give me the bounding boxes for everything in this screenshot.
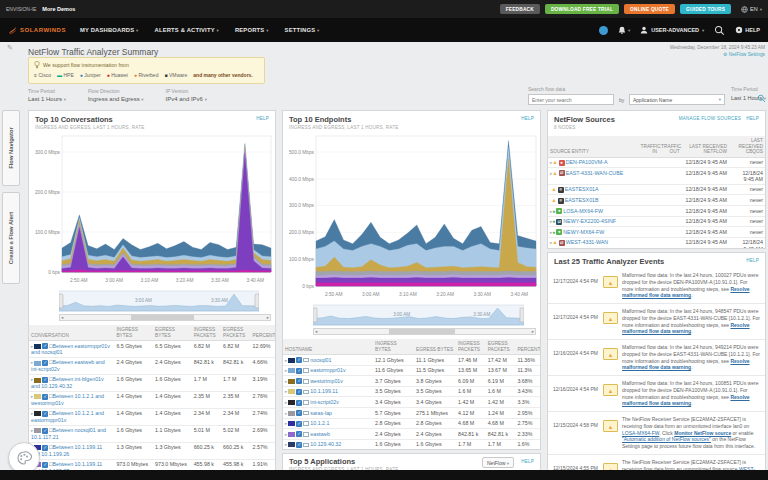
netflow-settings-link[interactable]: ⚙ NetFlow Settings [723,52,765,57]
source-entity-link[interactable]: DEN-PA100VM-A [566,159,608,165]
conversations-chart-scrollbar[interactable]: ◂ ▸ [59,314,271,321]
series-checkbox[interactable]: ✓ [296,421,302,427]
expand-caret-icon[interactable]: ▸ [285,358,287,363]
hostname-link[interactable]: nocsql01 [310,357,331,363]
search-field-select[interactable]: Application Name ▾ [629,94,725,105]
online-quote-button[interactable]: ONLINE QUOTE [624,4,675,14]
event-link[interactable]: Resolve malformed flow data warning [622,394,750,407]
filter-value-ip-version[interactable]: IPv4 and IPv6 ▾ [166,96,207,102]
nav-item-my-dashboards[interactable]: MY DASHBOARDS ▾ [80,27,139,33]
filter-value-time-period[interactable]: Last 1 Hours ▾ [28,96,66,102]
nav-item-settings[interactable]: SETTINGS ▾ [285,27,320,33]
expand-caret-icon[interactable]: ▸ [285,411,287,416]
scrollbar-thumb[interactable] [131,315,194,320]
column-header-ingress-bytes[interactable]: INGRESS BYTES [373,339,414,355]
download-free-trial-button[interactable]: DOWNLOAD FREE TRIAL [545,4,619,14]
column-header-percent[interactable]: PERCENT [251,325,275,341]
source-entity-link[interactable]: WEST-4331-WAN [566,239,608,245]
source-entity-link[interactable]: EASTESX01B [565,197,599,203]
help-link[interactable]: HELP [256,116,269,121]
expand-caret-icon[interactable]: ▸ [31,428,33,433]
scroll-left-icon[interactable]: ◂ [315,329,317,334]
source-entity-link[interactable]: EAST-4331-WAN-CUBE [566,170,624,176]
column-header-ingress-packets[interactable]: INGRESS PACKETS [456,339,486,355]
scroll-left-icon[interactable]: ◂ [61,315,63,320]
search-input[interactable] [528,94,614,105]
guided-tours-button[interactable]: GUIDED TOURS [680,4,731,14]
column-header-percent[interactable]: PERCENT [515,339,540,355]
expand-caret-icon[interactable]: ▸ [285,379,287,384]
column-header-egress-bytes[interactable]: EGRESS BYTES [414,339,456,355]
scrollbar-thumb[interactable] [389,329,455,334]
event-link[interactable]: Resolve malformed flow data warning [622,286,750,299]
series-checkbox[interactable]: ✓ [296,410,302,416]
expand-caret-icon[interactable]: ▸ [285,421,287,426]
scroll-right-icon[interactable]: ▸ [532,329,534,334]
hostname-link[interactable]: 10.129.40.32 [310,441,341,447]
hostname-link[interactable]: 10.1.2.1 [310,420,329,426]
expand-caret-icon[interactable]: ▸ [31,411,33,416]
event-link[interactable]: LOSA-MX64-FW [622,430,659,436]
manage-flow-sources-link[interactable]: MANAGE FLOW SOURCES [679,116,741,121]
endpoints-chart-navigator[interactable]: 3:00 AM3:30 AM [313,304,524,326]
series-checkbox[interactable]: ✓ [296,431,302,437]
help-link[interactable]: HELP [521,116,534,121]
expand-caret-icon[interactable]: ▸ [285,368,287,373]
column-header-egress-packets[interactable]: EGRESS PACKETS [221,325,250,341]
user-menu[interactable]: USER-ADVANCED ▾ [640,26,704,34]
column-header-hostname[interactable]: HOSTNAME [283,339,373,355]
nav-item-alerts-activity[interactable]: ALERTS & ACTIVITY ▾ [155,27,219,33]
event-link[interactable]: Resolve malformed flow data warning [622,322,750,335]
hostname-link[interactable]: westorimp01v [310,378,343,384]
alerts-bell-menu[interactable]: ▾ [618,26,630,34]
filter-value-flow-direction[interactable]: Ingress and Egress ▾ [88,96,144,102]
hostname-link[interactable]: saras-lap [310,410,332,416]
hostname-link[interactable]: int-script02v [310,399,339,405]
hostname-link[interactable]: 10.1.199.11 [310,388,338,394]
series-checkbox[interactable]: ✓ [296,400,302,406]
solarwinds-logo[interactable]: SOLARWINDS [8,26,66,35]
series-checkbox[interactable]: ✓ [296,357,302,363]
column-header-egress-packets[interactable]: EGRESS PACKETS [486,339,516,355]
column-header-traffic-in[interactable]: TRAFFIC IN [639,136,660,157]
flow-navigator-tab[interactable]: Flow Navigator [2,110,20,186]
hostname-link[interactable]: eastormppr01v [310,367,345,373]
theme-palette-button[interactable] [8,442,40,470]
column-header-egress-bytes[interactable]: EGRESS BYTES [153,325,192,341]
scroll-right-icon[interactable]: ▸ [267,315,269,320]
series-checkbox[interactable]: ✓ [296,378,302,384]
edit-page-pencil-icon[interactable]: ✎ [7,44,13,52]
source-entity-link[interactable]: NEWY-EX2200-4SINF [563,218,616,224]
series-checkbox[interactable]: ✓ [296,389,302,395]
expand-caret-icon[interactable]: ▸ [285,389,287,394]
event-link[interactable]: Resolve malformed flow data warning [622,358,750,371]
expand-caret-icon[interactable]: ▸ [285,400,287,405]
column-header-last-received-cbqos[interactable]: LAST RECEIVED CBQOS [729,136,765,157]
column-header-ingress-bytes[interactable]: INGRESS BYTES [114,325,153,341]
expand-caret-icon[interactable]: ▸ [285,432,287,437]
event-link[interactable]: "Automatic addition of NetFlow sources" [622,436,711,442]
create-flow-alert-tab[interactable]: Create a Flow Alert [2,192,20,284]
help-link[interactable]: HELP [746,116,759,121]
help-link[interactable]: HELP [521,459,534,464]
column-header-last-received-netflow[interactable]: LAST RECEIVED NETFLOW [682,136,729,157]
expand-caret-icon[interactable]: ▸ [31,360,33,365]
expand-caret-icon[interactable]: ▸ [31,344,33,349]
series-checkbox[interactable]: ✓ [296,368,302,374]
endpoints-chart-scrollbar[interactable]: ◂ ▸ [313,328,536,335]
applications-flow-type-select[interactable]: NetFlow ▾ [482,457,514,468]
expand-caret-icon[interactable]: ▸ [285,442,287,447]
source-entity-link[interactable]: LOSA-MX64-FW [563,208,603,214]
hostname-link[interactable]: eastweb [310,431,330,437]
source-entity-link[interactable]: EASTESX01A [565,186,599,192]
expand-caret-icon[interactable]: ▸ [31,394,33,399]
help-link[interactable]: HELP [746,258,759,263]
event-link[interactable]: Monitor NetFlow source [674,430,731,436]
column-header-ingress-packets[interactable]: INGRESS PACKETS [192,325,221,341]
column-header-conversation[interactable]: CONVERSATION [29,325,114,341]
source-entity-link[interactable]: NEWY-MX64-FW [563,229,604,235]
search-go-icon[interactable] [757,94,766,103]
series-checkbox[interactable]: ✓ [296,442,302,448]
feedback-button[interactable]: FEEDBACK [500,4,540,14]
column-header-traffic-out[interactable]: TRAFFIC OUT [659,136,682,157]
